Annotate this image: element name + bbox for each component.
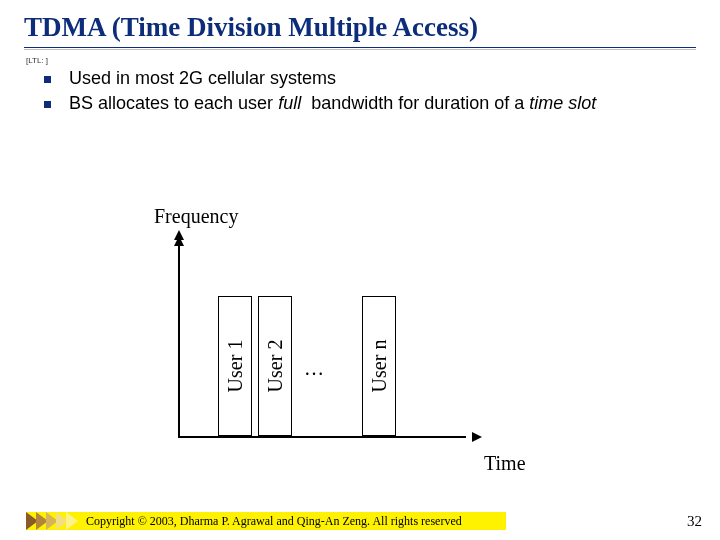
x-axis-label: Time (484, 452, 526, 475)
x-axis-arrow-icon (472, 432, 482, 442)
copyright-text: Copyright © 2003, Dharma P. Agrawal and … (86, 514, 462, 529)
bar-label: User 1 (224, 340, 247, 393)
bar-label: User n (368, 340, 391, 393)
bullet-text: Used in most 2G cellular systems (69, 67, 336, 90)
timeslot-bar: User n (362, 296, 396, 436)
y-axis-label: Frequency (154, 205, 238, 228)
list-item: BS allocates to each user full bandwidth… (44, 92, 696, 115)
list-item: Used in most 2G cellular systems (44, 67, 696, 90)
bullet-text: BS allocates to each user full bandwidth… (69, 92, 596, 115)
bullet-list: Used in most 2G cellular systems BS allo… (44, 67, 696, 114)
y-axis (178, 238, 180, 438)
bullet-icon (44, 101, 51, 108)
footer-chevrons-icon (26, 512, 76, 530)
bar-label: User 2 (264, 340, 287, 393)
y-axis-arrow-icon (174, 230, 184, 240)
slide-number: 32 (687, 513, 702, 530)
slide-title: TDMA (Time Division Multiple Access) (24, 12, 696, 43)
title-underline (24, 47, 696, 50)
ellipsis: … (304, 357, 324, 380)
tdma-chart: User 1 User 2 … User n (178, 238, 474, 446)
ltl-tag: [LTL: ] (26, 56, 696, 65)
timeslot-bar: User 1 (218, 296, 252, 436)
timeslot-bar: User 2 (258, 296, 292, 436)
x-axis (178, 436, 466, 438)
bullet-icon (44, 76, 51, 83)
